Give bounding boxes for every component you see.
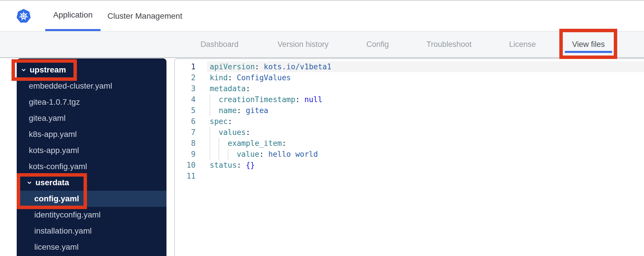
nav-item-label: License xyxy=(509,40,536,49)
nav-item-version-history[interactable]: Version history xyxy=(277,32,328,57)
indent-guide xyxy=(210,149,219,160)
line-number: 1 xyxy=(175,61,207,72)
chevron-down-icon[interactable] xyxy=(26,180,32,186)
code-text: apiVersion: kots.io/v1beta1 xyxy=(207,61,644,72)
secondary-nav: DashboardVersion historyConfigTroublesho… xyxy=(0,31,644,58)
editor-lines: 1apiVersion: kots.io/v1beta12kind: Confi… xyxy=(175,61,644,182)
editor-line-9: 9value: hello world xyxy=(175,149,644,160)
tree-item-upstream[interactable]: upstream xyxy=(17,62,166,78)
app-header: Application Cluster Management xyxy=(0,1,644,31)
code-text: metadata: xyxy=(207,83,644,94)
indent-guide xyxy=(228,149,237,160)
code-text: value: hello world xyxy=(207,149,644,160)
editor-line-3: 3metadata: xyxy=(175,83,644,94)
tree-item-userdata[interactable]: userdata xyxy=(17,175,166,191)
file-label: config.yaml xyxy=(34,194,79,203)
tree-item-license-yaml[interactable]: license.yaml xyxy=(17,239,166,255)
code-text: values: xyxy=(207,127,644,138)
file-label: installation.yaml xyxy=(34,226,92,236)
line-number: 10 xyxy=(175,160,207,171)
line-number: 7 xyxy=(175,127,207,138)
line-number: 4 xyxy=(175,94,207,105)
file-label: gitea.yaml xyxy=(29,114,66,123)
line-number: 5 xyxy=(175,105,207,116)
indent-guide xyxy=(210,127,219,138)
file-label: identityconfig.yaml xyxy=(34,210,101,219)
editor-line-6: 6spec: xyxy=(175,116,644,127)
indent-guide xyxy=(219,138,228,149)
indent-guide xyxy=(210,94,219,105)
folder-label: userdata xyxy=(35,178,69,187)
line-number: 8 xyxy=(175,138,207,149)
nav-item-view-files[interactable]: View files xyxy=(572,32,605,57)
tree-item-kots-config-yaml[interactable]: kots-config.yaml xyxy=(17,158,166,175)
active-tab-underline xyxy=(565,51,612,53)
code-text: name: gitea xyxy=(207,105,644,116)
folder-label: upstream xyxy=(30,65,66,74)
indent-guide xyxy=(210,138,219,149)
tree-item-gitea-yaml[interactable]: gitea.yaml xyxy=(17,110,166,126)
nav-item-label: Version history xyxy=(277,40,328,49)
file-label: kots-config.yaml xyxy=(29,162,87,171)
file-label: kots-app.yaml xyxy=(29,146,79,155)
code-text: status: {} xyxy=(207,160,644,171)
editor-line-1: 1apiVersion: kots.io/v1beta1 xyxy=(175,61,644,72)
nav-item-label: Troubleshoot xyxy=(427,40,472,49)
editor-line-8: 8example_item: xyxy=(175,138,644,149)
tree-item-gitea-1-0-7-tgz[interactable]: gitea-1.0.7.tgz xyxy=(17,94,166,110)
tree-item-installation-yaml[interactable]: installation.yaml xyxy=(17,223,166,239)
tree-item-config-yaml[interactable]: config.yaml xyxy=(17,191,166,207)
editor-line-2: 2kind: ConfigValues xyxy=(175,72,644,83)
code-text xyxy=(207,171,644,182)
nav-item-label: View files xyxy=(572,40,605,49)
code-text: spec: xyxy=(207,116,644,127)
code-text: creationTimestamp: null xyxy=(207,94,644,105)
file-label: embedded-cluster.yaml xyxy=(29,81,112,91)
chevron-down-icon[interactable] xyxy=(21,67,26,73)
nav-item-troubleshoot[interactable]: Troubleshoot xyxy=(427,32,472,57)
tree-item-kots-app-yaml[interactable]: kots-app.yaml xyxy=(17,142,166,158)
line-number: 2 xyxy=(175,72,207,83)
file-label: k8s-app.yaml xyxy=(29,130,77,139)
editor-line-7: 7values: xyxy=(175,127,644,138)
file-tree: upstreamembedded-cluster.yamlgitea-1.0.7… xyxy=(17,58,166,256)
nav-item-label: Config xyxy=(366,40,389,49)
editor-line-10: 10status: {} xyxy=(175,160,644,171)
tree-item-identityconfig-yaml[interactable]: identityconfig.yaml xyxy=(17,207,166,223)
tree-item-k8s-app-yaml[interactable]: k8s-app.yaml xyxy=(17,126,166,142)
tab-application-label: Application xyxy=(53,10,93,20)
tab-cluster-management[interactable]: Cluster Management xyxy=(107,1,183,31)
tree-item-embedded-cluster-yaml[interactable]: embedded-cluster.yaml xyxy=(17,78,166,94)
nav-item-dashboard[interactable]: Dashboard xyxy=(200,32,238,57)
file-label: gitea-1.0.7.tgz xyxy=(29,98,80,107)
tab-cluster-management-label: Cluster Management xyxy=(107,12,182,21)
editor-line-4: 4creationTimestamp: null xyxy=(175,94,644,105)
line-number: 9 xyxy=(175,149,207,160)
kubernetes-logo-icon xyxy=(16,8,31,24)
indent-guide xyxy=(210,105,219,116)
nav-item-license[interactable]: License xyxy=(509,32,536,57)
editor-line-5: 5name: gitea xyxy=(175,105,644,116)
tab-application[interactable]: Application xyxy=(45,1,101,31)
file-editor[interactable]: 1apiVersion: kots.io/v1beta12kind: Confi… xyxy=(174,58,644,256)
nav-item-config[interactable]: Config xyxy=(366,32,389,57)
indent-guide xyxy=(219,149,228,160)
line-number: 3 xyxy=(175,83,207,94)
editor-line-11: 11 xyxy=(175,171,644,182)
code-text: example_item: xyxy=(207,138,644,149)
line-number: 11 xyxy=(175,171,207,182)
code-text: kind: ConfigValues xyxy=(207,72,644,83)
file-label: license.yaml xyxy=(34,242,79,252)
line-number: 6 xyxy=(175,116,207,127)
nav-item-label: Dashboard xyxy=(200,40,238,49)
